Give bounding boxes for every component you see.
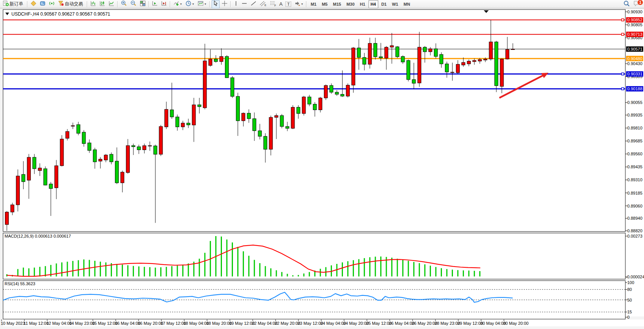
candle-bull [368, 43, 371, 64]
timeframe-button-H1[interactable]: H1 [358, 0, 368, 8]
candle-bull [505, 50, 509, 59]
indicators-button[interactable]: ▼ [172, 0, 183, 8]
timeframe-button-MN[interactable]: MN [401, 0, 412, 8]
price-tick-label: 0.89060 [627, 204, 642, 208]
timeframe-button-M1[interactable]: M1 [308, 0, 319, 8]
candle-bear [341, 94, 344, 96]
signals-button[interactable] [48, 0, 56, 8]
timeframe-button-W1[interactable]: W1 [390, 0, 401, 8]
auto-scroll-button[interactable] [151, 0, 159, 8]
candle-bear [93, 150, 97, 162]
market-watch-button[interactable] [29, 0, 38, 8]
time-tick-label: 15 May 12:00 [92, 321, 118, 326]
candle-bull [418, 47, 421, 83]
timeframe-button-M30[interactable]: M30 [344, 0, 357, 8]
periods-button[interactable]: ▼ [184, 0, 196, 8]
candle-bull [242, 113, 245, 121]
trendline-tool-button[interactable] [249, 0, 258, 8]
timeframe-button-D1[interactable]: D1 [379, 0, 389, 8]
candle-bear [253, 119, 256, 131]
arrows-tool-button[interactable]: ▼ [293, 0, 304, 8]
candle-bear [406, 61, 410, 80]
crosshair-icon [222, 0, 228, 8]
candle-bull [11, 205, 14, 212]
candle-bear [44, 169, 47, 185]
fibonacci-tool-button[interactable]: F [268, 0, 277, 8]
time-tick-label: 10 May 2023 [1, 321, 25, 326]
rsi-label: RSI(14) 55.3623 [5, 281, 35, 286]
line-chart-mode-button[interactable] [107, 0, 116, 8]
chart-shift-icon [161, 0, 167, 8]
candle-bull [5, 212, 9, 225]
toolbar-separator [230, 1, 231, 7]
candle-bull [27, 157, 30, 180]
time-tick-label: 19 May 12:00 [229, 321, 255, 326]
candle-bear [412, 80, 416, 83]
time-tick-label: 12 May 04:00 [46, 321, 72, 326]
candle-bull [302, 97, 306, 113]
tile-windows-icon [140, 0, 146, 8]
autotrade-button[interactable]: 自动交易 [57, 0, 85, 8]
candle-bear [187, 123, 190, 125]
price-tick-label: 0.89685 [627, 139, 642, 143]
candle-bear [132, 145, 135, 147]
macd-scale-max: 0.00273 [627, 234, 642, 238]
candle-bear [423, 47, 427, 52]
notifications-button[interactable]: 1 [632, 0, 641, 8]
tile-windows-button[interactable] [139, 0, 147, 8]
templates-button[interactable]: ▼ [196, 0, 208, 8]
toolbar-separator [209, 1, 210, 7]
time-tick-label: 23 May 12:00 [298, 321, 323, 326]
equidistant-channel-tool-button[interactable]: E [258, 0, 268, 8]
metaeditor-button[interactable] [38, 0, 47, 8]
candle-bull [429, 49, 432, 52]
candle-bull [126, 145, 129, 172]
timeframe-button-H4[interactable]: H4 [368, 0, 378, 8]
candle-bear [175, 117, 179, 127]
candle-bear [170, 110, 174, 117]
candle-bear [115, 161, 119, 183]
timeframe-button-M15[interactable]: M15 [331, 0, 343, 8]
time-tick-label: 30 May 20:00 [503, 321, 529, 326]
candlestick-mode-button[interactable] [98, 0, 107, 8]
zoom-in-button[interactable] [120, 0, 128, 8]
candle-bear [198, 105, 201, 107]
price-tick-label: 0.90930 [627, 10, 642, 14]
cursor-tool-button[interactable] [212, 0, 220, 8]
candle-bull [209, 59, 212, 65]
new-order-button[interactable]: 新订单 [2, 0, 26, 8]
candle-bull [462, 62, 465, 65]
candle-bull [99, 159, 102, 161]
search-button[interactable] [622, 0, 631, 8]
line-handle [622, 19, 624, 21]
candle-bear [137, 147, 140, 150]
candle-bear [445, 64, 449, 72]
candle-bull [511, 49, 515, 50]
candle-bull [324, 85, 328, 98]
chart-shift-button[interactable] [160, 0, 168, 8]
bar-chart-icon [90, 0, 96, 8]
candle-bear [335, 92, 339, 94]
crosshair-tool-button[interactable] [220, 0, 229, 8]
candle-bear [280, 116, 284, 127]
auto-scroll-icon [152, 0, 158, 8]
candle-bull [319, 98, 322, 110]
candle-bear [363, 57, 366, 64]
time-tick-label: 29 May 12:00 [457, 321, 483, 326]
horizontal-line-tool-button[interactable] [240, 0, 249, 8]
vertical-line-tool-button[interactable] [233, 0, 239, 8]
chart-canvas[interactable]: 0.909300.908050.906800.904300.903050.900… [0, 0, 644, 329]
candle-bear [495, 42, 498, 86]
timeframe-button-M5[interactable]: M5 [319, 0, 330, 8]
zoom-out-button[interactable] [129, 0, 138, 8]
candle-bear [330, 85, 333, 92]
bar-chart-mode-button[interactable] [89, 0, 97, 8]
time-tick-label: 18 May 04:00 [183, 321, 209, 326]
dropdown-caret-icon: ▼ [192, 3, 194, 5]
text-label-tool-button[interactable]: T [284, 0, 292, 8]
candle-bull [456, 64, 459, 73]
text-tool-button[interactable]: A [278, 0, 284, 8]
candle-bull [121, 172, 124, 183]
time-tick-label: 17 May 12:00 [161, 321, 186, 326]
toolbar-separator [148, 1, 149, 7]
